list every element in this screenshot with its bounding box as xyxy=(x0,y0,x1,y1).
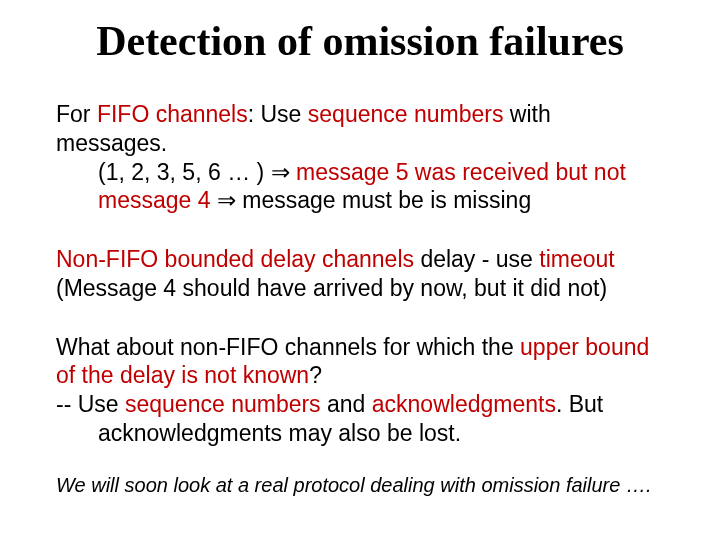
slide: Detection of omission failures For FIFO … xyxy=(0,0,720,540)
slide-title: Detection of omission failures xyxy=(56,18,664,64)
text: and xyxy=(321,391,372,417)
text: . But xyxy=(556,391,603,417)
text: : Use xyxy=(248,101,308,127)
text: For xyxy=(56,101,97,127)
text-red: sequence numbers xyxy=(308,101,504,127)
text-red: Non-FIFO bounded delay channels xyxy=(56,246,414,272)
text: ? xyxy=(309,362,322,388)
text: (1, 2, 3, 5, 6 … ) ⇒ xyxy=(98,159,296,185)
text: ⇒ message must be is missing xyxy=(211,187,532,213)
text: (Message 4 should have arrived by now, b… xyxy=(56,275,607,301)
text: What about non-FIFO channels for which t… xyxy=(56,334,520,360)
paragraph-nonfifo-bounded: Non-FIFO bounded delay channels delay - … xyxy=(56,245,664,303)
text-red: FIFO channels xyxy=(97,101,248,127)
text-red: sequence numbers xyxy=(125,391,321,417)
paragraph-nonfifo-unbounded: What about non-FIFO channels for which t… xyxy=(56,333,664,448)
text: delay - use xyxy=(414,246,539,272)
text-red: acknowledgments xyxy=(372,391,556,417)
paragraph-fifo: For FIFO channels: Use sequence numbers … xyxy=(56,100,664,215)
indent-line: (1, 2, 3, 5, 6 … ) ⇒ message 5 was recei… xyxy=(56,158,664,216)
footnote: We will soon look at a real protocol dea… xyxy=(56,472,664,498)
text: -- Use xyxy=(56,391,125,417)
text-red: timeout xyxy=(539,246,614,272)
indent-line: acknowledgments may also be lost. xyxy=(56,419,664,448)
